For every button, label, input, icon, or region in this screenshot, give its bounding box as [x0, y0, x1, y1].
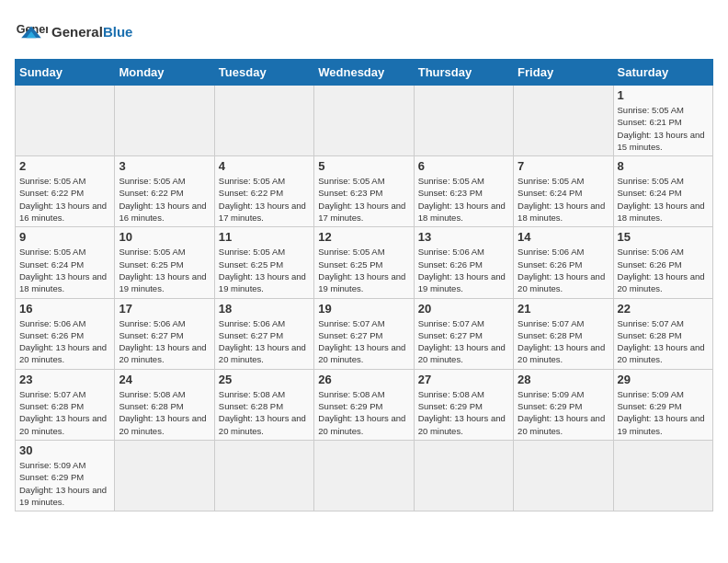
calendar-day-cell: 28Sunrise: 5:09 AMSunset: 6:29 PMDayligh…: [514, 369, 613, 440]
calendar-day-cell: 23Sunrise: 5:07 AMSunset: 6:28 PMDayligh…: [16, 369, 115, 440]
day-info: Sunrise: 5:06 AMSunset: 6:26 PMDaylight:…: [618, 246, 709, 294]
day-number: 15: [618, 230, 709, 244]
day-info: Sunrise: 5:05 AMSunset: 6:25 PMDaylight:…: [318, 246, 409, 294]
day-number: 16: [19, 302, 110, 316]
calendar-day-cell: 15Sunrise: 5:06 AMSunset: 6:26 PMDayligh…: [613, 227, 712, 298]
day-number: 21: [518, 302, 609, 316]
day-info: Sunrise: 5:05 AMSunset: 6:25 PMDaylight:…: [119, 246, 210, 294]
day-number: 30: [19, 443, 110, 457]
day-info: Sunrise: 5:06 AMSunset: 6:26 PMDaylight:…: [418, 246, 509, 294]
day-info: Sunrise: 5:05 AMSunset: 6:22 PMDaylight:…: [119, 175, 210, 224]
calendar-table: Sunday Monday Tuesday Wednesday Thursday…: [15, 59, 713, 511]
calendar-day-cell: [214, 86, 313, 156]
day-info: Sunrise: 5:05 AMSunset: 6:25 PMDaylight:…: [219, 246, 310, 294]
day-number: 20: [418, 302, 509, 316]
calendar-day-cell: [414, 440, 513, 511]
day-number: 2: [19, 159, 110, 173]
calendar-day-cell: 17Sunrise: 5:06 AMSunset: 6:27 PMDayligh…: [115, 298, 214, 369]
day-number: 22: [618, 302, 709, 316]
day-number: 28: [518, 373, 609, 386]
logo-icon: General: [15, 15, 48, 48]
day-number: 9: [19, 230, 110, 244]
day-info: Sunrise: 5:08 AMSunset: 6:29 PMDaylight:…: [318, 388, 409, 437]
calendar-day-cell: 11Sunrise: 5:05 AMSunset: 6:25 PMDayligh…: [214, 227, 313, 298]
calendar-day-cell: 4Sunrise: 5:05 AMSunset: 6:22 PMDaylight…: [214, 156, 313, 227]
day-number: 27: [418, 373, 509, 386]
calendar-week-row: 2Sunrise: 5:05 AMSunset: 6:22 PMDaylight…: [16, 156, 713, 227]
calendar-day-cell: 3Sunrise: 5:05 AMSunset: 6:22 PMDaylight…: [115, 156, 214, 227]
header-saturday: Saturday: [613, 60, 712, 86]
calendar-day-cell: 21Sunrise: 5:07 AMSunset: 6:28 PMDayligh…: [514, 298, 613, 369]
calendar-day-cell: 29Sunrise: 5:09 AMSunset: 6:29 PMDayligh…: [613, 369, 712, 440]
calendar-day-cell: [16, 86, 115, 156]
day-info: Sunrise: 5:07 AMSunset: 6:28 PMDaylight:…: [518, 317, 609, 366]
day-number: 23: [19, 373, 110, 386]
calendar-day-cell: 9Sunrise: 5:05 AMSunset: 6:24 PMDaylight…: [16, 227, 115, 298]
calendar-day-cell: 6Sunrise: 5:05 AMSunset: 6:23 PMDaylight…: [414, 156, 513, 227]
day-info: Sunrise: 5:05 AMSunset: 6:23 PMDaylight:…: [418, 175, 509, 224]
header-tuesday: Tuesday: [214, 60, 313, 86]
calendar-day-cell: 27Sunrise: 5:08 AMSunset: 6:29 PMDayligh…: [414, 369, 513, 440]
day-info: Sunrise: 5:06 AMSunset: 6:26 PMDaylight:…: [19, 317, 110, 366]
calendar-week-row: 1Sunrise: 5:05 AMSunset: 6:21 PMDaylight…: [16, 86, 713, 156]
header-wednesday: Wednesday: [314, 60, 414, 86]
calendar-day-cell: [414, 86, 513, 156]
calendar-week-row: 23Sunrise: 5:07 AMSunset: 6:28 PMDayligh…: [16, 369, 713, 440]
day-info: Sunrise: 5:05 AMSunset: 6:22 PMDaylight:…: [19, 175, 110, 224]
day-number: 13: [418, 230, 509, 244]
day-info: Sunrise: 5:08 AMSunset: 6:28 PMDaylight:…: [219, 388, 310, 437]
day-info: Sunrise: 5:08 AMSunset: 6:28 PMDaylight:…: [119, 388, 210, 437]
calendar-day-cell: [115, 440, 214, 511]
calendar-day-cell: [514, 440, 613, 511]
calendar-day-cell: 20Sunrise: 5:07 AMSunset: 6:27 PMDayligh…: [414, 298, 513, 369]
day-info: Sunrise: 5:05 AMSunset: 6:21 PMDaylight:…: [618, 104, 709, 153]
logo: General GeneralBlue: [15, 15, 132, 48]
day-info: Sunrise: 5:05 AMSunset: 6:23 PMDaylight:…: [318, 175, 409, 224]
day-info: Sunrise: 5:09 AMSunset: 6:29 PMDaylight:…: [518, 388, 609, 437]
day-info: Sunrise: 5:06 AMSunset: 6:27 PMDaylight:…: [219, 317, 310, 366]
calendar-day-cell: 24Sunrise: 5:08 AMSunset: 6:28 PMDayligh…: [115, 369, 214, 440]
day-number: 3: [119, 159, 210, 173]
header-thursday: Thursday: [414, 60, 513, 86]
day-number: 10: [119, 230, 210, 244]
calendar-week-row: 30Sunrise: 5:09 AMSunset: 6:29 PMDayligh…: [16, 440, 713, 511]
day-number: 25: [219, 373, 310, 386]
calendar-day-cell: 8Sunrise: 5:05 AMSunset: 6:24 PMDaylight…: [613, 156, 712, 227]
day-info: Sunrise: 5:05 AMSunset: 6:24 PMDaylight:…: [618, 175, 709, 224]
day-number: 14: [518, 230, 609, 244]
header-friday: Friday: [514, 60, 613, 86]
day-number: 5: [318, 159, 409, 173]
day-info: Sunrise: 5:06 AMSunset: 6:26 PMDaylight:…: [518, 246, 609, 294]
page-header: General GeneralBlue: [15, 15, 713, 48]
calendar-day-cell: 7Sunrise: 5:05 AMSunset: 6:24 PMDaylight…: [514, 156, 613, 227]
calendar-week-row: 9Sunrise: 5:05 AMSunset: 6:24 PMDaylight…: [16, 227, 713, 298]
day-info: Sunrise: 5:08 AMSunset: 6:29 PMDaylight:…: [418, 388, 509, 437]
calendar-day-cell: 22Sunrise: 5:07 AMSunset: 6:28 PMDayligh…: [613, 298, 712, 369]
calendar-day-cell: 18Sunrise: 5:06 AMSunset: 6:27 PMDayligh…: [214, 298, 313, 369]
day-number: 11: [219, 230, 310, 244]
calendar-day-cell: [613, 440, 712, 511]
day-number: 12: [318, 230, 409, 244]
calendar-day-cell: 14Sunrise: 5:06 AMSunset: 6:26 PMDayligh…: [514, 227, 613, 298]
calendar-day-cell: [214, 440, 313, 511]
day-number: 8: [618, 159, 709, 173]
day-info: Sunrise: 5:05 AMSunset: 6:24 PMDaylight:…: [518, 175, 609, 224]
day-number: 4: [219, 159, 310, 173]
day-number: 6: [418, 159, 509, 173]
day-number: 19: [318, 302, 409, 316]
day-number: 26: [318, 373, 409, 386]
calendar-day-cell: 30Sunrise: 5:09 AMSunset: 6:29 PMDayligh…: [16, 440, 115, 511]
calendar-day-cell: [314, 440, 414, 511]
calendar-day-cell: 2Sunrise: 5:05 AMSunset: 6:22 PMDaylight…: [16, 156, 115, 227]
calendar-day-cell: 16Sunrise: 5:06 AMSunset: 6:26 PMDayligh…: [16, 298, 115, 369]
weekday-header-row: Sunday Monday Tuesday Wednesday Thursday…: [16, 60, 713, 86]
day-number: 29: [618, 373, 709, 386]
day-info: Sunrise: 5:09 AMSunset: 6:29 PMDaylight:…: [618, 388, 709, 437]
day-number: 1: [618, 88, 709, 102]
day-info: Sunrise: 5:07 AMSunset: 6:28 PMDaylight:…: [618, 317, 709, 366]
logo-blue: Blue: [103, 24, 133, 40]
calendar-day-cell: 1Sunrise: 5:05 AMSunset: 6:21 PMDaylight…: [613, 86, 712, 156]
day-info: Sunrise: 5:07 AMSunset: 6:27 PMDaylight:…: [318, 317, 409, 366]
day-number: 7: [518, 159, 609, 173]
logo-general: General: [51, 24, 103, 40]
